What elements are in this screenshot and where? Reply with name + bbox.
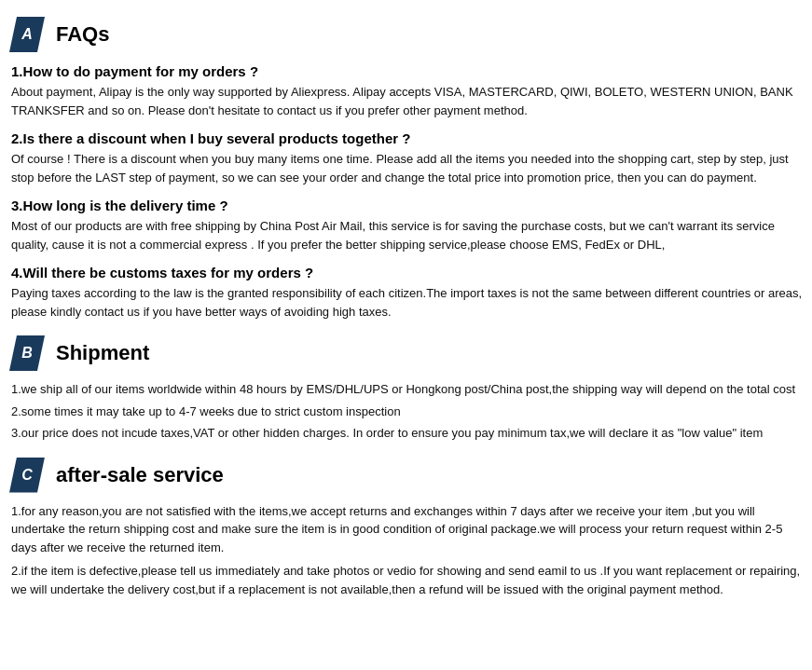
- shipment-item-2: 2.some times it may take up to 4-7 weeks…: [11, 403, 803, 421]
- aftersale-title: after-sale service: [56, 463, 224, 487]
- answer-3: Most of our products are with free shipp…: [11, 217, 803, 253]
- faqs-badge: A: [9, 17, 45, 52]
- faqs-content: 1.How to do payment for my orders ? Abou…: [9, 63, 803, 321]
- aftersale-item-2: 2.if the item is defective,please tell u…: [11, 562, 803, 598]
- question-4: 4.Will there be customs taxes for my ord…: [11, 265, 803, 321]
- faqs-title: FAQs: [56, 22, 109, 47]
- aftersale-content: 1.for any reason,you are not satisfied w…: [9, 502, 803, 599]
- shipment-content: 1.we ship all of our items worldwide wit…: [9, 380, 803, 443]
- shipment-header: B Shipment: [9, 335, 803, 371]
- question-4-title: 4.Will there be customs taxes for my ord…: [11, 265, 803, 280]
- shipment-title: Shipment: [56, 341, 149, 365]
- faqs-header: A FAQs: [9, 17, 803, 52]
- aftersale-header: C after-sale service: [9, 458, 803, 493]
- question-3: 3.How long is the delivery time ? Most o…: [11, 198, 803, 253]
- shipment-section: B Shipment 1.we ship all of our items wo…: [9, 335, 803, 443]
- question-1: 1.How to do payment for my orders ? Abou…: [11, 63, 803, 119]
- aftersale-section: C after-sale service 1.for any reason,yo…: [9, 458, 803, 599]
- question-2-title: 2.Is there a discount when I buy several…: [11, 130, 803, 146]
- answer-4: Paying taxes according to the law is the…: [11, 284, 803, 321]
- aftersale-badge: C: [9, 458, 45, 493]
- shipment-item-1: 1.we ship all of our items worldwide wit…: [11, 380, 803, 399]
- aftersale-item-1: 1.for any reason,you are not satisfied w…: [11, 502, 803, 557]
- shipment-item-3: 3.our price does not incude taxes,VAT or…: [11, 424, 803, 443]
- question-2: 2.Is there a discount when I buy several…: [11, 130, 803, 186]
- faqs-section: A FAQs 1.How to do payment for my orders…: [9, 17, 803, 321]
- answer-2: Of course ! There is a discount when you…: [11, 150, 803, 186]
- question-3-title: 3.How long is the delivery time ?: [11, 198, 803, 213]
- answer-1: About payment, Alipay is the only way su…: [11, 83, 803, 119]
- question-1-title: 1.How to do payment for my orders ?: [11, 63, 803, 79]
- shipment-badge: B: [9, 335, 45, 371]
